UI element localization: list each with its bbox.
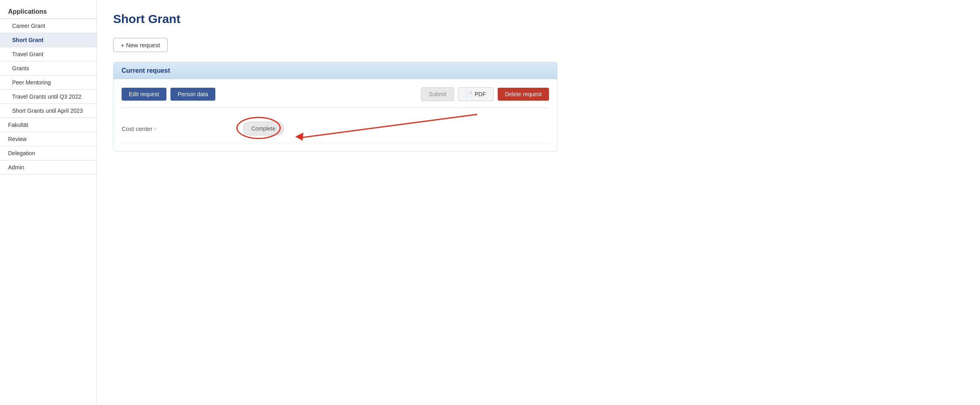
current-request-panel: Current request Edit request Person data…	[113, 62, 557, 152]
sidebar-item-short-grants-april[interactable]: Short Grants until April 2023	[0, 104, 97, 118]
sidebar-item-admin[interactable]: Admin	[0, 160, 97, 175]
sidebar-applications-header: Applications	[0, 4, 97, 19]
sidebar-item-grants[interactable]: Grants	[0, 61, 97, 76]
panel-header: Current request	[114, 62, 557, 79]
sidebar-item-review[interactable]: Review	[0, 132, 97, 146]
complete-wrapper: Complete	[243, 122, 284, 135]
delete-request-button[interactable]: Delete request	[498, 88, 549, 101]
cost-center-row: Cost center - Complete	[122, 114, 549, 143]
sidebar-item-fakultat[interactable]: Fakultät	[0, 118, 97, 132]
panel-body: Edit request Person data Submit 📄 PDF De…	[114, 79, 557, 151]
sidebar-item-career-grant[interactable]: Career Grant	[0, 19, 97, 33]
sidebar-item-delegation[interactable]: Delegation	[0, 146, 97, 160]
document-icon: 📄	[466, 91, 473, 97]
main-content: Short Grant + New request Current reques…	[97, 0, 980, 405]
action-buttons-row: Edit request Person data Submit 📄 PDF De…	[122, 87, 549, 108]
sidebar: Applications Career Grant Short Grant Tr…	[0, 0, 97, 405]
cost-center-label: Cost center -	[122, 125, 243, 132]
sidebar-item-travel-grant[interactable]: Travel Grant	[0, 47, 97, 61]
annotation-area: Cost center - Complete	[122, 114, 549, 143]
pdf-button[interactable]: 📄 PDF	[458, 87, 494, 101]
sidebar-item-travel-grants-q3[interactable]: Travel Grants until Q3 2022	[0, 90, 97, 104]
new-request-button[interactable]: + New request	[113, 38, 168, 52]
submit-button[interactable]: Submit	[421, 87, 454, 101]
sidebar-item-peer-mentoring[interactable]: Peer Mentoring	[0, 76, 97, 90]
sidebar-item-short-grant[interactable]: Short Grant	[0, 33, 97, 47]
complete-button[interactable]: Complete	[243, 122, 284, 135]
person-data-button[interactable]: Person data	[170, 88, 216, 101]
page-title: Short Grant	[113, 12, 964, 26]
edit-request-button[interactable]: Edit request	[122, 88, 166, 101]
